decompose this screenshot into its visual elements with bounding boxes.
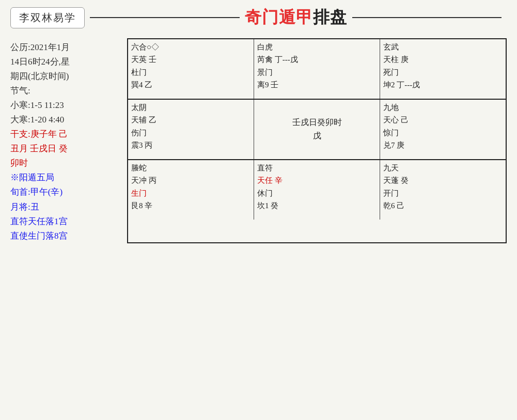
grid-container: 六合○◇天英 壬杜门巽4 乙白虎芮禽 丁---戊景门离9 壬玄武天柱 庚死门坤2… [127,38,507,243]
grid-cell-middle_row-0: 太阴天辅 乙伤门震3 丙 [128,100,254,159]
left-panel: 公历:2021年1月 14日6时24分,星 期四(北京时间) 节气: 小寒:1-… [10,38,119,243]
cell-line-middle_row-0-3: 震3 丙 [131,139,250,151]
grid-cell-top_row-1: 白虎芮禽 丁---戊景门离9 壬 [254,39,380,99]
grid-cell-top_row-0: 六合○◇天英 壬杜门巽4 乙 [128,39,254,99]
grid-cell-bottom_row-2: 九天天蓬 癸开门乾6 己 [380,160,506,220]
title-red: 奇门遁甲 [245,8,313,26]
header-line-left [90,17,240,18]
cell-line-top_row-1-2: 景门 [257,67,377,79]
cell-line-top_row-2-0: 玄武 [383,41,503,53]
cell-line-top_row-2-1: 天柱 庚 [383,54,503,66]
cell-line-top_row-1-1: 芮禽 丁---戊 [257,54,377,66]
title-black: 排盘 [313,8,347,26]
left-line-6: 大寒:1-20 4:40 [10,113,119,127]
cell-line-top_row-1-0: 白虎 [257,41,377,53]
cell-line-bottom_row-0-1: 天冲 丙 [131,175,250,186]
logo: 李双林易学 [10,7,85,28]
left-line-3: 期四(北京时间) [10,69,119,84]
left-line-11: 旬首:甲午(辛) [10,185,119,199]
cell-line-top_row-0-2: 杜门 [131,67,250,79]
cell-line-top_row-0-3: 巽4 乙 [131,79,250,91]
cell-line-middle_row-2-1: 天心 己 [383,114,503,126]
cell-line-bottom_row-2-0: 九天 [383,162,503,174]
cell-line-middle_row-2-3: 兑7 庚 [383,139,503,151]
left-line-12: 月将:丑 [10,200,119,214]
cell-line-bottom_row-1-3: 坎1 癸 [257,200,377,212]
cell-line-bottom_row-2-2: 开门 [383,188,503,199]
cell-line-bottom_row-2-3: 乾6 己 [383,200,503,212]
cell-line-top_row-0-0: 六合○◇ [131,41,250,53]
left-line-8: 丑月 壬戌日 癸 [10,142,119,156]
cell-line-bottom_row-1-2: 休门 [257,188,377,199]
main-area: 公历:2021年1月 14日6时24分,星 期四(北京时间) 节气: 小寒:1-… [0,33,517,248]
cell-line-bottom_row-0-3: 艮8 辛 [131,200,250,212]
grid-cell-middle_row-2: 九地天心 己惊门兑7 庚 [380,100,506,159]
left-line-13: 直符天任落1宫 [10,214,119,229]
left-line-7: 干支:庚子年 己 [10,127,119,142]
left-line-4: 节气: [10,84,119,98]
grid-cell-top_row-2: 玄武天柱 庚死门坤2 丁---戊 [380,39,506,99]
grid-row-top_row: 六合○◇天英 壬杜门巽4 乙白虎芮禽 丁---戊景门离9 壬玄武天柱 庚死门坤2… [128,39,506,99]
cell-line-bottom_row-0-2: 生门 [131,188,250,199]
left-line-5: 小寒:1-5 11:23 [10,98,119,113]
grid-row-bottom_row: 螣蛇天冲 丙生门艮8 辛直符天任 辛休门坎1 癸九天天蓬 癸开门乾6 己 [128,159,506,220]
left-line-9: 卯时 [10,156,119,170]
left-line-1: 公历:2021年1月 [10,40,119,55]
cell-line-bottom_row-1-1: 天任 辛 [257,175,377,186]
app-title: 奇门遁甲排盘 [245,6,347,29]
cell-line-middle_row-2-2: 惊门 [383,127,503,139]
cell-line-bottom_row-1-0: 直符 [257,162,377,174]
left-line-14: 直使生门落8宫 [10,229,119,243]
cell-line-bottom_row-2-1: 天蓬 癸 [383,175,503,186]
grid-row-middle_row: 太阴天辅 乙伤门震3 丙壬戌日癸卯时 戊九地天心 己惊门兑7 庚 [128,99,506,159]
header-line-right [352,17,502,18]
cell-line-middle_row-0-2: 伤门 [131,127,250,139]
cell-line-top_row-1-3: 离9 壬 [257,79,377,91]
left-line-2: 14日6时24分,星 [10,55,119,69]
cell-line-bottom_row-0-0: 螣蛇 [131,162,250,174]
cell-line-middle_row-2-0: 九地 [383,102,503,114]
header: 李双林易学 奇门遁甲排盘 [0,0,517,33]
cell-line-top_row-2-3: 坤2 丁---戊 [383,79,503,91]
cell-line-middle_row-1-0: 壬戌日癸卯时 [292,116,342,129]
grid-cell-bottom_row-1: 直符天任 辛休门坎1 癸 [254,160,380,220]
cell-line-middle_row-0-1: 天辅 乙 [131,114,250,126]
left-line-10: ※阳遁五局 [10,170,119,185]
grid-cell-middle_row-1: 壬戌日癸卯时 戊 [254,100,380,159]
cell-line-middle_row-0-0: 太阴 [131,102,250,114]
grid-cell-bottom_row-0: 螣蛇天冲 丙生门艮8 辛 [128,160,254,220]
cell-line-middle_row-1-3: 戊 [313,130,321,143]
cell-line-top_row-0-1: 天英 壬 [131,54,250,66]
cell-line-top_row-2-2: 死门 [383,67,503,79]
